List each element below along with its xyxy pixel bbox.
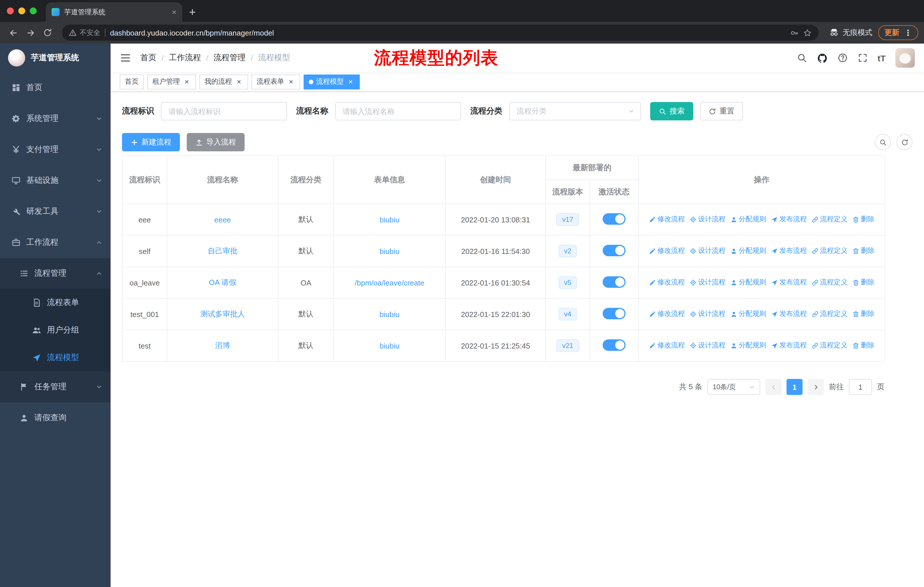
sidebar-item-process-management[interactable]: 流程管理 (0, 258, 111, 289)
action-edit-link[interactable]: 修改流程 (649, 278, 685, 288)
current-page-button[interactable]: 1 (787, 379, 803, 395)
forward-button[interactable] (23, 25, 38, 40)
create-process-button[interactable]: 新建流程 (122, 133, 180, 151)
action-assign-user-link[interactable]: 分配规则 (730, 278, 766, 288)
form-info-link[interactable]: biubiu (380, 215, 399, 224)
action-delete-link[interactable]: 删除 (852, 309, 874, 319)
model-name-link[interactable]: 自己审批 (208, 246, 238, 255)
security-indicator[interactable]: 不安全 (69, 28, 100, 38)
browser-menu-icon[interactable]: ⋮ (904, 28, 912, 37)
sidebar-item-infrastructure[interactable]: 基础设施 (0, 165, 111, 196)
action-publish-link[interactable]: 发布流程 (771, 309, 807, 319)
breadcrumb-item[interactable]: 首页 (140, 53, 157, 63)
tag-process-form[interactable]: 流程表单 × (251, 74, 300, 89)
sidebar-item-home[interactable]: 首页 (0, 72, 111, 103)
action-delete-link[interactable]: 删除 (852, 215, 874, 225)
font-size-icon[interactable]: tT (878, 54, 886, 62)
sidebar-item-payment[interactable]: 支付管理 (0, 134, 111, 165)
action-definition-link-link[interactable]: 流程定义 (812, 246, 848, 256)
tag-tenant[interactable]: 租户管理 × (147, 74, 196, 89)
action-assign-user-link[interactable]: 分配规则 (730, 341, 766, 351)
action-definition-link-link[interactable]: 流程定义 (812, 341, 848, 351)
process-key-input[interactable] (161, 102, 287, 121)
close-window-button[interactable] (7, 7, 14, 14)
sidebar-logo[interactable]: 芋道管理系统 (0, 43, 111, 72)
goto-page-input[interactable] (849, 379, 872, 395)
action-publish-link[interactable]: 发布流程 (771, 278, 807, 288)
action-assign-user-link[interactable]: 分配规则 (730, 215, 766, 225)
sidebar-item-process-form[interactable]: 流程表单 (0, 289, 111, 316)
action-definition-link-link[interactable]: 流程定义 (812, 278, 848, 288)
browser-update-button[interactable]: 更新 ⋮ (878, 25, 918, 40)
form-info-link[interactable]: /bpm/oa/leave/create (355, 278, 424, 287)
tag-close-icon[interactable]: × (346, 78, 355, 86)
form-info-link[interactable]: biubiu (380, 341, 399, 350)
github-icon[interactable] (817, 53, 828, 63)
category-select[interactable]: 流程分类 (509, 102, 641, 121)
page-size-select[interactable]: 10条/页 (708, 379, 760, 395)
url-text[interactable]: dashboard.yudao.iocoder.cn/bpm/manager/m… (110, 28, 785, 37)
tag-process-model[interactable]: 流程模型 × (304, 74, 360, 89)
action-design-link[interactable]: 设计流程 (690, 341, 726, 351)
sidebar-collapse-button[interactable] (120, 51, 132, 64)
version-badge[interactable]: v4 (558, 308, 577, 321)
import-process-button[interactable]: 导入流程 (187, 133, 244, 151)
action-assign-user-link[interactable]: 分配规则 (730, 309, 766, 319)
action-assign-user-link[interactable]: 分配规则 (730, 246, 766, 256)
version-badge[interactable]: v5 (558, 276, 577, 289)
action-edit-link[interactable]: 修改流程 (649, 341, 685, 351)
browser-tab[interactable]: 芋道管理系统 × (46, 2, 182, 22)
breadcrumb-item[interactable]: 流程管理 (214, 53, 246, 63)
action-delete-link[interactable]: 删除 (852, 341, 874, 351)
new-tab-button[interactable]: + (189, 6, 196, 18)
version-badge[interactable]: v17 (556, 213, 579, 226)
form-info-link[interactable]: biubiu (380, 310, 399, 318)
tag-close-icon[interactable]: × (235, 78, 243, 86)
password-key-icon[interactable] (790, 28, 799, 37)
prev-page-button[interactable] (765, 379, 781, 395)
action-publish-link[interactable]: 发布流程 (771, 246, 807, 256)
action-edit-link[interactable]: 修改流程 (649, 309, 685, 319)
sidebar-item-dev-tools[interactable]: 研发工具 (0, 196, 111, 227)
reload-button[interactable] (40, 25, 55, 40)
action-edit-link[interactable]: 修改流程 (649, 215, 685, 225)
active-toggle[interactable] (602, 245, 625, 256)
tag-home[interactable]: 首页 (120, 74, 144, 89)
action-edit-link[interactable]: 修改流程 (649, 246, 685, 256)
model-name-link[interactable]: eeee (214, 215, 231, 224)
model-name-link[interactable]: 滔博 (215, 341, 230, 350)
action-publish-link[interactable]: 发布流程 (771, 341, 807, 351)
sidebar-item-system[interactable]: 系统管理 (0, 103, 111, 134)
active-toggle[interactable] (602, 339, 625, 351)
user-avatar[interactable] (895, 48, 915, 68)
tag-close-icon[interactable]: × (287, 78, 295, 86)
action-design-link[interactable]: 设计流程 (690, 278, 726, 288)
header-search-icon[interactable] (797, 53, 807, 63)
search-button[interactable]: 搜索 (650, 102, 693, 121)
action-publish-link[interactable]: 发布流程 (771, 215, 807, 225)
back-button[interactable] (6, 25, 21, 40)
bookmark-star-icon[interactable] (803, 28, 812, 37)
action-design-link[interactable]: 设计流程 (690, 215, 726, 225)
active-toggle[interactable] (602, 308, 625, 319)
sidebar-item-task-management[interactable]: 任务管理 (0, 372, 111, 402)
minimize-window-button[interactable] (18, 7, 25, 14)
action-definition-link-link[interactable]: 流程定义 (812, 215, 848, 225)
sidebar-item-workflow[interactable]: 工作流程 (0, 227, 111, 258)
version-badge[interactable]: v21 (556, 339, 579, 352)
help-icon[interactable] (838, 53, 848, 63)
form-info-link[interactable]: biubiu (380, 247, 399, 255)
tab-close-icon[interactable]: × (172, 8, 177, 16)
fullscreen-icon[interactable] (858, 53, 868, 63)
toggle-search-button[interactable] (875, 134, 891, 150)
reset-button[interactable]: 重置 (700, 102, 743, 121)
action-delete-link[interactable]: 删除 (852, 278, 874, 288)
tag-my-process[interactable]: 我的流程 × (200, 74, 248, 89)
sidebar-item-leave-query[interactable]: 请假查询 (0, 402, 111, 433)
model-name-link[interactable]: 测试多审批人 (200, 309, 245, 318)
action-delete-link[interactable]: 删除 (852, 246, 874, 256)
next-page-button[interactable] (808, 379, 824, 395)
refresh-table-button[interactable] (896, 134, 912, 150)
active-toggle[interactable] (602, 213, 625, 225)
active-toggle[interactable] (602, 276, 625, 288)
